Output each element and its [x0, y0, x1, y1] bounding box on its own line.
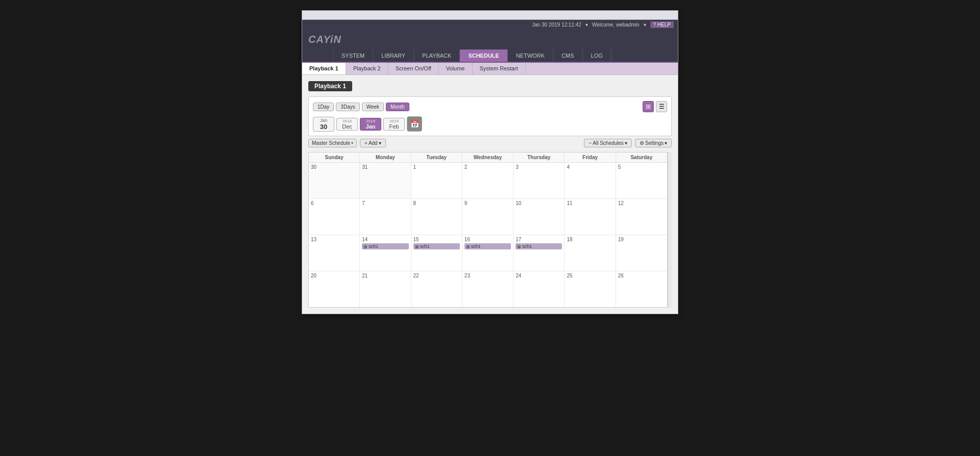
- event-label: sch1: [420, 244, 430, 249]
- cal-cell-jan24[interactable]: 24: [513, 271, 565, 307]
- cal-cell-jan2[interactable]: 2: [462, 163, 513, 198]
- calendar-container: Sunday Monday Tuesday Wednesday Thursday…: [308, 152, 668, 308]
- logo-text: CAYiN: [308, 34, 341, 45]
- cal-cell-jan5[interactable]: 5: [616, 163, 667, 198]
- date-jan2019-month: Jan: [363, 123, 378, 130]
- date-dec2018-month: Dec: [340, 123, 354, 130]
- cal-cell-jan22[interactable]: 22: [411, 271, 462, 307]
- cal-cell-jan12[interactable]: 12: [616, 199, 667, 235]
- nav-schedule[interactable]: SCHEDULE: [460, 49, 508, 62]
- cal-header-saturday: Saturday: [616, 153, 667, 162]
- nav-cms[interactable]: CMS: [553, 49, 582, 62]
- cal-cell-jan23[interactable]: 23: [462, 271, 513, 307]
- date-feb2019[interactable]: 2019 Feb: [383, 118, 405, 131]
- cal-cell-jan1[interactable]: 1: [411, 163, 462, 198]
- cal-cell-jan9[interactable]: 9: [462, 199, 513, 235]
- list-view-icon[interactable]: ☰: [656, 101, 667, 112]
- date-jan2019[interactable]: 2019 Jan: [360, 118, 381, 131]
- calendar-wrapper: Sunday Monday Tuesday Wednesday Thursday…: [308, 152, 672, 308]
- event-icon: ▦: [466, 244, 470, 249]
- nav-library[interactable]: LIBRARY: [373, 49, 414, 62]
- cal-cell-jan20[interactable]: 20: [309, 271, 360, 307]
- view-month[interactable]: Month: [386, 103, 409, 111]
- cal-cell-jan21[interactable]: 21: [360, 271, 411, 307]
- subnav-systemrestart[interactable]: System Restart: [473, 63, 526, 74]
- grid-view-icon[interactable]: ⊞: [643, 101, 654, 112]
- settings-label: Settings: [645, 140, 664, 146]
- cal-header-wednesday: Wednesday: [462, 153, 513, 162]
- subnav-volume[interactable]: Volume: [439, 63, 473, 74]
- calendar-header: Sunday Monday Tuesday Wednesday Thursday…: [309, 153, 667, 163]
- event-jan14-sch1[interactable]: ▦ sch1: [362, 243, 408, 249]
- right-controls: − All Schedules ▾ ⚙ Settings ▾: [584, 139, 672, 147]
- cal-cell-jan3[interactable]: 3: [513, 163, 565, 198]
- view-3days[interactable]: 3Days: [336, 103, 359, 111]
- scrollbar[interactable]: [668, 152, 672, 308]
- sub-nav: Playback 1 Playback 2 Screen On/Off Volu…: [302, 63, 678, 75]
- date-dec2018[interactable]: 2018 Dec: [336, 118, 358, 131]
- browser-window: Jan 30 2019 12:11:42 ▾ Welcome, webadmin…: [302, 10, 678, 314]
- view-icons: ⊞ ☰: [643, 101, 667, 112]
- date-picker-button[interactable]: 📅: [407, 116, 422, 132]
- cal-cell-jan11[interactable]: 11: [565, 199, 616, 235]
- event-jan17-sch1[interactable]: ▦ sch1: [516, 243, 562, 249]
- date-feb2019-year: 2019: [387, 119, 401, 123]
- subnav-playback2[interactable]: Playback 2: [346, 63, 388, 74]
- event-jan16-sch1[interactable]: ▦ sch1: [464, 243, 511, 249]
- master-schedule-arrow: ▾: [351, 141, 353, 145]
- cal-cell-jan10[interactable]: 10: [513, 199, 565, 235]
- calendar-week-4: 20 21 22 23 24 25 26: [309, 271, 667, 307]
- add-arrow: ▾: [379, 140, 381, 146]
- cal-cell-jan18[interactable]: 18: [565, 235, 616, 271]
- event-jan15-sch1[interactable]: ▦ sch1: [413, 243, 460, 249]
- help-button[interactable]: ? HELP: [650, 21, 674, 28]
- nav-log[interactable]: LOG: [583, 49, 611, 62]
- cal-cell-jan13[interactable]: 13: [309, 235, 360, 271]
- cal-cell-jan16[interactable]: 16 ▦ sch1: [462, 235, 513, 271]
- cal-cell-jan17[interactable]: 17 ▦ sch1: [513, 235, 565, 271]
- date-jan30-month: Jan: [316, 118, 331, 123]
- view-week[interactable]: Week: [362, 103, 384, 111]
- subnav-screenonoff[interactable]: Screen On/Off: [388, 63, 439, 74]
- calendar-week-1: 30 31 1 2 3 4 5: [309, 163, 667, 199]
- settings-button[interactable]: ⚙ Settings ▾: [635, 139, 672, 147]
- cal-cell-dec31[interactable]: 31: [360, 163, 411, 198]
- user-arrow-icon[interactable]: ▾: [644, 22, 646, 28]
- view-1day[interactable]: 1Day: [313, 103, 334, 111]
- page-content: Playback 1 1Day 3Days Week Month ⊞ ☰: [302, 75, 678, 314]
- event-icon: ▦: [363, 244, 368, 249]
- cal-cell-jan19[interactable]: 19: [616, 235, 667, 271]
- cal-header-friday: Friday: [565, 153, 616, 162]
- add-button[interactable]: + Add ▾: [360, 139, 386, 147]
- cal-cell-jan14[interactable]: 14 ▦ sch1: [360, 235, 411, 271]
- cal-header-thursday: Thursday: [513, 153, 565, 162]
- header: CAYiN: [302, 30, 678, 49]
- master-schedule-dropdown[interactable]: Master Schedule ▾: [308, 139, 357, 147]
- settings-icon: ⚙: [640, 140, 644, 146]
- subnav-playback1[interactable]: Playback 1: [302, 63, 346, 74]
- cal-cell-jan8[interactable]: 8: [411, 199, 462, 235]
- arrow-icon[interactable]: ▾: [585, 22, 588, 28]
- calendar-week-3: 13 14 ▦ sch1 15 ▦: [309, 235, 667, 271]
- nav-system[interactable]: SYSTEM: [333, 49, 373, 62]
- cal-cell-jan26[interactable]: 26: [616, 271, 667, 307]
- calendar-week-2: 6 7 8 9 10 11 12: [309, 199, 667, 235]
- cal-cell-jan25[interactable]: 25: [565, 271, 616, 307]
- event-label: sch1: [522, 244, 532, 249]
- cal-cell-jan4[interactable]: 4: [565, 163, 616, 198]
- cal-cell-jan15[interactable]: 15 ▦ sch1: [411, 235, 462, 271]
- cal-cell-jan6[interactable]: 6: [309, 199, 360, 235]
- settings-arrow: ▾: [665, 140, 667, 146]
- minus-icon: −: [589, 140, 592, 146]
- date-dec2018-year: 2018: [340, 119, 354, 123]
- datetime-display: Jan 30 2019 12:11:42: [532, 22, 581, 28]
- calendar-main: Sunday Monday Tuesday Wednesday Thursday…: [308, 152, 668, 308]
- nav-playback[interactable]: PLAYBACK: [414, 49, 460, 62]
- all-schedules-button[interactable]: − All Schedules ▾: [584, 139, 631, 147]
- cal-cell-jan7[interactable]: 7: [360, 199, 411, 235]
- cal-cell-dec30[interactable]: 30: [309, 163, 360, 198]
- page-title: Playback 1: [308, 81, 352, 91]
- logo: CAYiN: [308, 34, 341, 45]
- date-jan30[interactable]: Jan 30: [313, 117, 334, 132]
- nav-network[interactable]: NETWORK: [508, 49, 553, 62]
